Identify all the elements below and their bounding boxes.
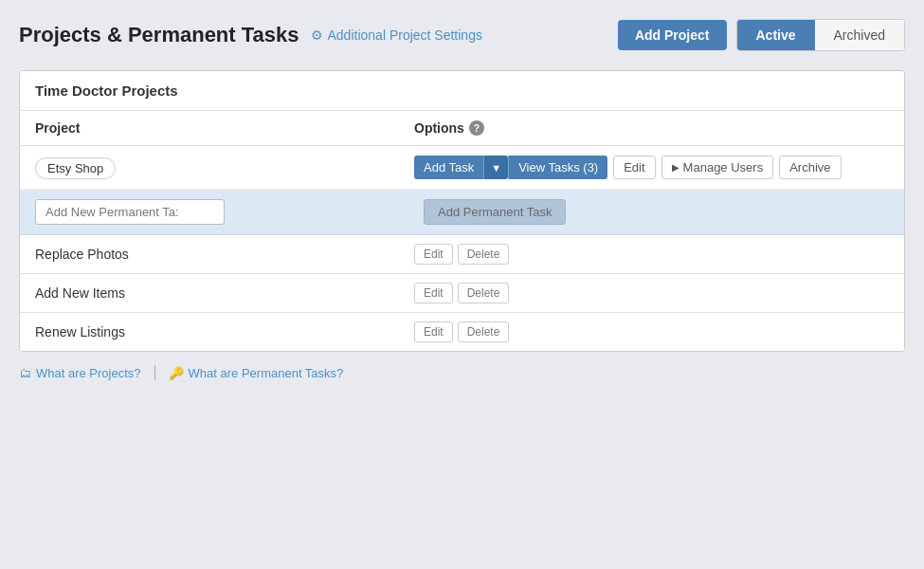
task-name: Renew Listings xyxy=(35,324,414,340)
tab-group: Active Archived xyxy=(736,19,906,51)
manage-users-button[interactable]: ▶ Manage Users xyxy=(661,156,774,179)
table-header: Project Options ? xyxy=(20,111,904,146)
task-name: Add New Items xyxy=(35,285,414,301)
project-name-badge: Etsy Shop xyxy=(35,157,116,179)
what-are-permanent-tasks-link[interactable]: 🔑 What are Permanent Tasks? xyxy=(169,366,344,380)
task-edit-button[interactable]: Edit xyxy=(414,244,453,265)
key-icon: 🔑 xyxy=(169,366,184,380)
what-are-permanent-tasks-label: What are Permanent Tasks? xyxy=(189,366,344,380)
add-project-button[interactable]: Add Project xyxy=(618,20,727,50)
main-card: Time Doctor Projects Project Options ? E… xyxy=(19,70,905,352)
settings-link[interactable]: ⚙ Additional Project Settings xyxy=(311,28,482,43)
add-task-row: Add Permanent Task xyxy=(20,190,904,235)
col-project-header: Project xyxy=(35,120,414,136)
task-actions: Edit Delete xyxy=(414,321,509,342)
page-header: Projects & Permanent Tasks ⚙ Additional … xyxy=(19,19,905,51)
options-label: Options xyxy=(414,120,464,136)
task-list: Replace Photos Edit Delete Add New Items… xyxy=(20,235,904,351)
add-task-input-cell xyxy=(35,199,414,225)
task-edit-button[interactable]: Edit xyxy=(414,283,453,303)
table-row: Renew Listings Edit Delete xyxy=(20,313,904,351)
manage-users-label: Manage Users xyxy=(683,160,764,174)
help-icon[interactable]: ? xyxy=(469,120,484,136)
project-name-cell: Etsy Shop xyxy=(35,160,414,175)
add-permanent-task-input[interactable] xyxy=(35,199,225,225)
what-are-projects-label: What are Projects? xyxy=(36,366,141,380)
add-task-group: Add Task ▼ View Tasks (3) xyxy=(414,156,607,179)
task-actions: Edit Delete xyxy=(414,283,509,303)
task-delete-button[interactable]: Delete xyxy=(458,321,510,342)
footer-divider xyxy=(154,365,155,380)
edit-project-button[interactable]: Edit xyxy=(613,156,655,179)
view-tasks-button[interactable]: View Tasks (3) xyxy=(508,156,607,179)
task-delete-button[interactable]: Delete xyxy=(458,283,510,303)
task-name: Replace Photos xyxy=(35,247,414,262)
card-title: Time Doctor Projects xyxy=(20,71,904,111)
archive-button[interactable]: Archive xyxy=(779,156,841,179)
col-options-header: Options ? xyxy=(414,120,889,136)
permanent-tasks-area: Add Permanent Task Replace Photos Edit D… xyxy=(20,190,904,351)
tab-active[interactable]: Active xyxy=(737,20,815,50)
table-row: Replace Photos Edit Delete xyxy=(20,235,904,274)
tab-archived[interactable]: Archived xyxy=(815,20,904,50)
dropdown-icon[interactable]: ▼ xyxy=(483,156,508,179)
project-icon: 🗂 xyxy=(19,366,31,380)
task-edit-button[interactable]: Edit xyxy=(414,321,453,342)
project-row: Etsy Shop Add Task ▼ View Tasks (3) Edit… xyxy=(20,146,904,190)
add-permanent-task-button[interactable]: Add Permanent Task xyxy=(424,199,566,225)
gear-icon: ⚙ xyxy=(311,28,323,43)
play-icon: ▶ xyxy=(672,162,679,173)
what-are-projects-link[interactable]: 🗂 What are Projects? xyxy=(19,366,141,380)
project-options: Add Task ▼ View Tasks (3) Edit ▶ Manage … xyxy=(414,156,889,179)
footer-links: 🗂 What are Projects? 🔑 What are Permanen… xyxy=(19,365,905,380)
settings-link-label: Additional Project Settings xyxy=(328,28,482,43)
table-row: Add New Items Edit Delete xyxy=(20,274,904,313)
page-title: Projects & Permanent Tasks xyxy=(19,23,299,47)
task-actions: Edit Delete xyxy=(414,244,509,265)
task-delete-button[interactable]: Delete xyxy=(458,244,510,265)
add-task-button[interactable]: Add Task xyxy=(414,156,483,179)
